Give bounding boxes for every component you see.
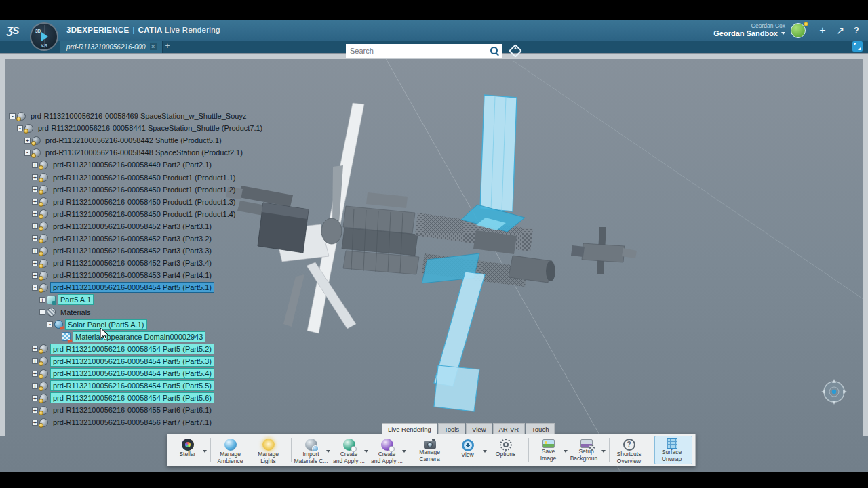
workspace-selector[interactable]: Geordan Sandbox xyxy=(713,29,785,37)
tree-expander[interactable]: + xyxy=(32,174,38,180)
tree-expander[interactable]: + xyxy=(32,371,38,377)
tree-item-label[interactable]: prd-R1132100056216-00058452 Part3 (Part3… xyxy=(50,221,214,232)
tree-item[interactable]: -prd-R1132100056216-00058469 SpaceStatio… xyxy=(9,110,389,122)
shortcuts-overview-button[interactable]: ShortcutsOverview xyxy=(612,436,650,464)
tree-item-label[interactable]: prd-R1132100056216-00058441 SpaceStation… xyxy=(35,123,265,134)
tree-item-label[interactable]: prd-R1132100056216-00058452 Part3 (Part3… xyxy=(50,233,214,244)
tree-expander[interactable]: + xyxy=(32,260,38,266)
tree-expander[interactable]: - xyxy=(24,150,31,156)
tree-expander[interactable]: + xyxy=(32,211,38,217)
tree-expander[interactable]: + xyxy=(32,420,38,426)
tree-item[interactable]: +prd-R1132100056216-00058450 Product1 (P… xyxy=(9,196,389,208)
tree-expander[interactable]: + xyxy=(32,395,38,401)
document-tab[interactable]: prd-R1132100056216-000 × xyxy=(60,41,163,53)
maximize-icon[interactable] xyxy=(852,41,863,52)
dropdown-caret-icon[interactable] xyxy=(402,450,406,453)
3d-compass[interactable]: 3D V.R xyxy=(30,22,58,51)
tree-item[interactable]: +prd-R1132100056216-00058455 Part6 (Part… xyxy=(9,404,389,416)
tree-item-label[interactable]: Materials xyxy=(58,307,94,318)
tree-item[interactable]: +prd-R1132100056216-00058453 Part4 (Part… xyxy=(9,269,389,281)
tree-expander[interactable]: + xyxy=(32,248,38,254)
tree-item[interactable]: -prd-R1132100056216-00058448 SpaceStatio… xyxy=(9,146,389,159)
tree-expander[interactable]: + xyxy=(32,407,38,413)
view-button[interactable]: View xyxy=(450,436,488,464)
dropdown-caret-icon[interactable] xyxy=(483,450,487,453)
tree-item[interactable]: +prd-R1132100056216-00058452 Part3 (Part… xyxy=(9,257,389,269)
tree-item[interactable]: +prd-R1132100056216-00058452 Part3 (Part… xyxy=(9,232,389,245)
left-scrollbar[interactable] xyxy=(0,54,5,436)
tree-expander[interactable]: - xyxy=(9,113,16,119)
tree-item-label[interactable]: prd-R1132100056216-00058455 Part6 (Part6… xyxy=(50,405,214,415)
tree-item-label[interactable]: prd-R1132100056216-00058454 Part5 (Part5… xyxy=(50,368,214,379)
tree-expander[interactable]: - xyxy=(32,285,38,291)
tree-item[interactable]: +prd-R1132100056216-00058454 Part5 (Part… xyxy=(9,380,389,392)
options-button[interactable]: Options xyxy=(488,436,526,464)
tree-item-label[interactable]: prd-R1132100056216-00058452 Part3 (Part3… xyxy=(50,258,214,268)
ribbon-tab-live-rendering[interactable]: Live Rendering xyxy=(382,423,437,434)
manage-lights-button[interactable]: ManageLights xyxy=(251,436,289,464)
tree-expander[interactable]: + xyxy=(24,138,31,144)
tree-expander[interactable]: + xyxy=(39,297,45,303)
tree-item-label[interactable]: Part5 A.1 xyxy=(58,294,94,305)
manage-camera-button[interactable]: ManageCamera xyxy=(412,436,450,464)
tree-item-label[interactable]: prd-R1132100056216-00058454 Part5 (Part5… xyxy=(50,356,214,367)
dropdown-caret-icon[interactable] xyxy=(564,450,568,453)
create-and-apply-appearance-button[interactable]: Createand Apply ... xyxy=(370,436,408,464)
tree-item[interactable]: -Solar Panel (Part5 A.1) xyxy=(9,319,389,331)
tree-expander[interactable]: + xyxy=(32,272,38,279)
close-icon[interactable]: × xyxy=(150,43,157,50)
help-icon[interactable]: ? xyxy=(850,24,863,37)
view-navigation-widget[interactable] xyxy=(819,377,849,407)
tree-item[interactable]: -prd-R1132100056216-00058454 Part5 (Part… xyxy=(9,281,389,293)
tree-item[interactable]: -Materials xyxy=(9,306,389,319)
tree-expander[interactable]: + xyxy=(32,235,38,241)
tree-item[interactable]: +Part5 A.1 xyxy=(9,293,389,306)
tree-item[interactable]: +prd-R1132100056216-00058452 Part3 (Part… xyxy=(9,245,389,257)
dropdown-caret-icon[interactable] xyxy=(203,450,207,453)
tree-item[interactable]: +prd-R1132100056216-00058454 Part5 (Part… xyxy=(9,392,389,404)
tree-item[interactable]: +prd-R1132100056216-00058450 Product1 (P… xyxy=(9,184,389,196)
ribbon-tab-ar-vr[interactable]: AR-VR xyxy=(493,423,526,434)
tree-expander[interactable]: + xyxy=(32,358,38,364)
tree-expander[interactable]: - xyxy=(47,321,53,327)
tree-item[interactable]: +prd-R1132100056216-00058454 Part5 (Part… xyxy=(9,355,389,367)
search-icon[interactable] xyxy=(489,45,500,56)
search-input[interactable] xyxy=(346,47,489,55)
tree-item-label[interactable]: prd-R1132100056216-00058448 SpaceStation… xyxy=(43,147,245,158)
ribbon-tab-tools[interactable]: Tools xyxy=(438,423,465,434)
tree-item-label[interactable]: prd-R1132100056216-00058454 Part5 (Part5… xyxy=(50,380,214,391)
manage-ambience-button[interactable]: ManageAmbience xyxy=(213,436,251,464)
tree-item-label[interactable]: MaterialAppearance Domain00002943 xyxy=(73,331,205,342)
tree-item[interactable]: +prd-R1132100056216-00058454 Part5 (Part… xyxy=(9,367,389,380)
tree-item-label[interactable]: prd-R1132100056216-00058450 Product1 (Pr… xyxy=(50,184,239,195)
tree-item[interactable]: +prd-R1132100056216-00058449 Part2 (Part… xyxy=(9,159,389,171)
dropdown-caret-icon[interactable] xyxy=(364,450,368,453)
tree-item[interactable]: -prd-R1132100056216-00058441 SpaceStatio… xyxy=(9,122,389,134)
save-image-button[interactable]: SaveImage xyxy=(531,436,569,464)
tree-item[interactable]: +prd-R1132100056216-00058454 Part5 (Part… xyxy=(9,343,389,355)
tree-item[interactable]: +prd-R1132100056216-00058450 Product1 (P… xyxy=(9,208,389,220)
create-and-apply-material-button[interactable]: Createand Apply ... xyxy=(332,436,370,464)
import-materials-button[interactable]: ImportMaterials C... xyxy=(294,436,332,464)
add-content-icon[interactable]: + xyxy=(816,24,829,37)
dropdown-caret-icon[interactable] xyxy=(601,450,606,453)
tree-item-label[interactable]: prd-R1132100056216-00058454 Part5 (Part5… xyxy=(50,344,214,354)
tree-expander[interactable]: + xyxy=(32,199,38,205)
tree-expander[interactable]: + xyxy=(32,223,38,229)
tree-item-label[interactable]: prd-R1132100056216-00058449 Part2 (Part2… xyxy=(50,159,214,170)
stellar-button[interactable]: Stellar xyxy=(170,436,208,464)
tree-expander[interactable]: + xyxy=(32,162,38,168)
tree-item[interactable]: +prd-R1132100056216-00058450 Product1 (P… xyxy=(9,171,389,183)
tree-item-label[interactable]: prd-R1132100056216-00058454 Part5 (Part5… xyxy=(50,392,214,403)
tree-item-label[interactable]: prd-R1132100056216-00058442 Shuttle (Pro… xyxy=(43,135,224,146)
tree-item-label[interactable]: prd-R1132100056216-00058454 Part5 (Part5… xyxy=(50,282,214,293)
tree-item-label[interactable]: prd-R1132100056216-00058452 Part3 (Part3… xyxy=(50,245,214,256)
tree-item[interactable]: +prd-R1132100056216-00058452 Part3 (Part… xyxy=(9,220,389,232)
search-bar[interactable] xyxy=(346,44,502,58)
tree-item[interactable]: MaterialAppearance Domain00002943 xyxy=(9,331,389,343)
right-scrollbar[interactable] xyxy=(863,54,868,436)
dropdown-caret-icon[interactable] xyxy=(326,450,330,453)
ribbon-tab-touch[interactable]: Touch xyxy=(526,423,555,434)
share-icon[interactable]: ↗ xyxy=(834,24,846,37)
tree-item-label[interactable]: prd-R1132100056216-00058469 SpaceStation… xyxy=(28,110,249,121)
